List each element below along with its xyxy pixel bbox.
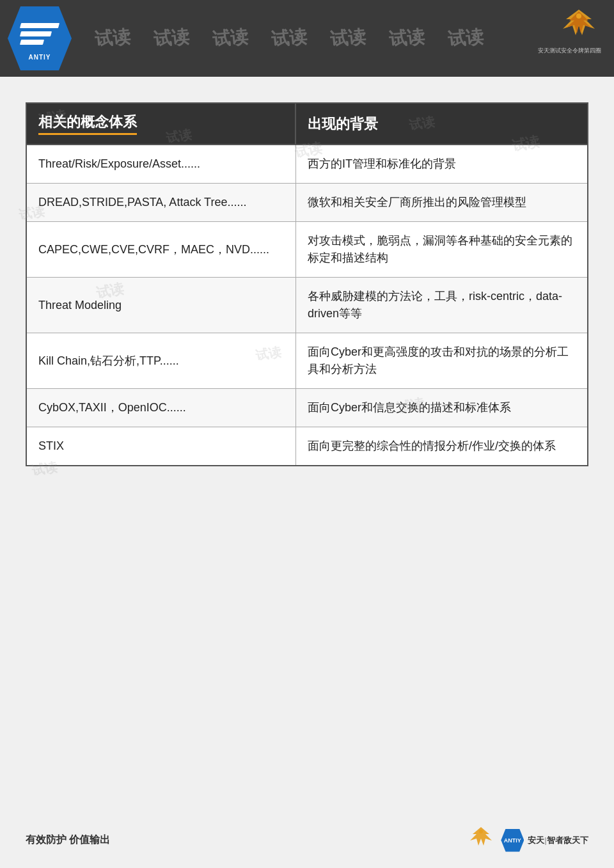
row-3-right: 各种威胁建模的方法论，工具，risk-centric，data-driven等等 <box>295 278 588 333</box>
watermark-3: 试读 <box>200 24 261 53</box>
row-4-left: Kill Chain,钻石分析,TTP...... <box>26 333 295 389</box>
row-4-right: 面向Cyber和更高强度的攻击和对抗的场景的分析工具和分析方法 <box>295 333 588 389</box>
row-6-left: STIX <box>26 427 295 466</box>
footer: 有效防护 价值输出 ANTIY 安天|智者敌天下 <box>0 825 614 855</box>
footer-antiy-icon: ANTIY <box>501 829 524 852</box>
watermark-7: 试读 <box>436 24 496 53</box>
right-logo-subtitle: 安天测试安全令牌第四圈 <box>538 47 601 55</box>
row-5-left: CybOX,TAXII，OpenIOC...... <box>26 389 295 427</box>
watermark-5: 试读 <box>318 24 379 53</box>
row-0-right: 西方的IT管理和标准化的背景 <box>295 145 588 184</box>
eagle-icon <box>556 6 601 45</box>
watermark-6: 试读 <box>377 24 437 53</box>
header-right-logo: 安天测试安全令牌第四圈 <box>538 6 601 55</box>
footer-logo: ANTIY 安天|智者敌天下 <box>465 825 588 855</box>
col2-header: 出现的背景 <box>295 103 588 145</box>
header-watermarks: 试读 试读 试读 试读 试读 试读 试读 <box>0 0 614 77</box>
logo-stripe-1 <box>20 23 59 28</box>
row-1-left: DREAD,STRIDE,PASTA, Attack Tree...... <box>26 184 295 222</box>
logo-label: ANTIY <box>29 54 51 61</box>
watermark-1: 试读 <box>83 24 143 53</box>
row-2-left: CAPEC,CWE,CVE,CVRF，MAEC，NVD...... <box>26 222 295 278</box>
footer-eagle-icon <box>465 825 497 855</box>
table-row: STIX面向更完整的综合性的情报分析/作业/交换的体系 <box>26 427 588 466</box>
col1-header: 相关的概念体系 <box>26 103 295 145</box>
row-1-right: 微软和相关安全厂商所推出的风险管理模型 <box>295 184 588 222</box>
svg-point-2 <box>576 13 581 19</box>
row-6-right: 面向更完整的综合性的情报分析/作业/交换的体系 <box>295 427 588 466</box>
header: ANTIY 试读 试读 试读 试读 试读 试读 试读 安天测试安全令牌第四圈 <box>0 0 614 77</box>
row-2-right: 对攻击模式，脆弱点，漏洞等各种基础的安全元素的标定和描述结构 <box>295 222 588 278</box>
footer-slogan-right: 智者敌天下 <box>547 835 588 845</box>
svg-point-4 <box>479 830 483 833</box>
logo-stripes <box>20 16 59 51</box>
row-5-right: 面向Cyber和信息交换的描述和标准体系 <box>295 389 588 427</box>
concepts-table: 相关的概念体系 出现的背景 Threat/Risk/Exposure/Asset… <box>26 102 588 466</box>
antiy-logo: ANTIY <box>8 6 72 70</box>
row-3-left: Threat Modeling <box>26 278 295 333</box>
footer-slogan: 有效防护 价值输出 <box>26 833 110 847</box>
watermark-4: 试读 <box>259 24 320 53</box>
footer-brand: 安天 <box>528 835 544 845</box>
table-row: CybOX,TAXII，OpenIOC......面向Cyber和信息交换的描述… <box>26 389 588 427</box>
row-0-left: Threat/Risk/Exposure/Asset...... <box>26 145 295 184</box>
table-row: Threat Modeling各种威胁建模的方法论，工具，risk-centri… <box>26 278 588 333</box>
footer-logo-text: 安天|智者敌天下 <box>528 835 588 846</box>
col2-header-text: 出现的背景 <box>308 116 378 132</box>
logo-stripe-3 <box>20 40 44 45</box>
col1-header-text: 相关的概念体系 <box>38 113 137 135</box>
table-row: CAPEC,CWE,CVE,CVRF，MAEC，NVD......对攻击模式，脆… <box>26 222 588 278</box>
watermark-2: 试读 <box>141 24 202 53</box>
table-row: Threat/Risk/Exposure/Asset......西方的IT管理和… <box>26 145 588 184</box>
table-row: Kill Chain,钻石分析,TTP......面向Cyber和更高强度的攻击… <box>26 333 588 389</box>
logo-stripe-2 <box>20 31 52 36</box>
table-row: DREAD,STRIDE,PASTA, Attack Tree......微软和… <box>26 184 588 222</box>
main-content: 试读 试读 试读 试读 试读 试读 试读 试读 试读 试读 试读 试读 试读 试… <box>0 77 614 492</box>
